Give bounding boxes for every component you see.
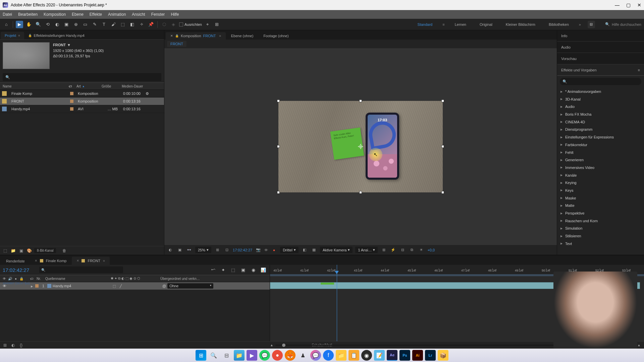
effect-category[interactable]: ▶* Animationsvorgaben [557,88,644,96]
after-effects-icon[interactable]: Ae [387,350,397,361]
layer-name[interactable]: Handy.mp4 [47,284,113,288]
exposure-reset-icon[interactable]: ☀ [418,247,425,253]
interpret-footage-icon[interactable]: ⬚ [2,248,8,254]
effect-category[interactable]: ▶Perspektive [557,209,644,217]
app-icon-1[interactable]: ▶ [247,350,257,361]
effect-category[interactable]: ▶3D-Kanal [557,96,644,103]
orbit-tool-icon[interactable]: ⟲ [44,21,51,28]
workspace-kleiner[interactable]: Kleiner Bildschirm [502,21,539,28]
playhead[interactable] [337,265,337,341]
subdiv-icon[interactable]: ◈ [170,21,177,28]
app-icon-2[interactable]: ● [272,350,283,361]
effect-category[interactable]: ▶Generieren [557,156,644,164]
menu-bearbeiten[interactable]: Bearbeiten [18,12,38,17]
task-view-icon[interactable]: ⊟ [221,350,232,361]
bit-depth-selector[interactable]: 8-Bit-Kanal [34,248,56,253]
col-art[interactable]: Art▲ [74,84,99,88]
anchor-tool-icon[interactable]: ⊕ [72,21,79,28]
views-dropdown[interactable]: 1 Ansi… ▾ [355,247,378,253]
zoom-dropdown[interactable]: 25% ▾ [195,247,211,253]
comp-tab[interactable]: ✕🔒Komposition FRONT≡ [166,32,226,40]
tab-menu-icon[interactable]: ≡ [103,259,105,262]
tab-menu-icon[interactable]: ≡ [219,34,221,38]
menu-ansicht[interactable]: Ansicht [132,12,145,17]
effect-category[interactable]: ▶Maske [557,194,644,202]
snapshot-icon[interactable]: 📷 [255,247,262,253]
close-icon[interactable]: × [76,258,79,263]
breadcrumb-item[interactable]: FRONT [167,41,186,47]
frame-blend-icon[interactable]: ▣ [239,266,247,274]
close-button[interactable]: ✕ [637,2,641,8]
zoom-tool-icon[interactable]: 🔍 [35,21,42,28]
timeline-tab[interactable]: ×FRONT≡ [72,257,109,265]
lock-icon[interactable]: 🔒 [175,34,179,38]
label-color[interactable] [70,107,73,111]
toggle-brackets-icon[interactable]: {} [18,342,24,348]
alpha-toggle-icon[interactable]: ◐ [167,247,174,253]
parent-dropdown[interactable]: Ohne▾ [167,283,213,289]
firefox-icon[interactable]: 🦊 [285,350,296,361]
grid-icon[interactable]: ⊞ [214,247,221,253]
effect-category[interactable]: ▶Keying [557,179,644,187]
home-icon[interactable]: ⌂ [3,21,10,28]
pickwhip-icon[interactable]: @ [162,284,166,288]
effect-category[interactable]: ▶Stilisieren [557,232,644,240]
tab-menu-icon[interactable]: ≡ [18,34,20,37]
label-color[interactable] [70,92,73,95]
hand-tool-icon[interactable]: ✋ [25,21,33,28]
menu-datei[interactable]: Datei [3,12,12,17]
app-icon-4[interactable]: 📋 [348,350,359,361]
lightroom-icon[interactable]: Lr [425,350,436,361]
tab-project[interactable]: Projekt ≡ [1,32,24,39]
timeline-tab[interactable]: ×Finale Komp [30,257,71,265]
panel-effects-presets[interactable]: Effekte und Vorgaben ≡ [557,64,644,76]
new-comp-icon[interactable]: ▣ [18,248,24,254]
folder-icon[interactable]: 📁 [336,350,346,361]
panel-toggle-icon[interactable]: ⊟ [588,21,595,28]
workspace-overflow-icon[interactable]: » [579,22,581,26]
handle-tc[interactable] [359,100,362,102]
panel-menu-icon[interactable]: ≡ [638,68,640,72]
label-color[interactable] [35,284,39,288]
panel-preview[interactable]: Vorschau [557,53,644,64]
whatsapp-icon[interactable]: 💬 [259,350,270,361]
close-icon[interactable]: × [35,258,37,263]
timeline-search[interactable]: 🔍 [39,266,123,273]
effect-category[interactable]: ▶Tevt [557,240,644,248]
handle-br[interactable] [441,191,444,194]
align-checkbox[interactable]: Ausrichten [179,22,202,26]
new-folder-icon[interactable]: 📁 [10,248,16,254]
rotation-tool-icon[interactable]: ◐ [53,21,61,28]
effect-category[interactable]: ▶Simulation [557,225,644,232]
col-name[interactable]: Name [0,84,67,88]
effect-category[interactable]: ▶CINEMA 4D [557,118,644,126]
graph-editor-icon[interactable]: 📊 [260,266,267,274]
handle-bc[interactable] [359,191,362,194]
camera-tool-icon[interactable]: ▣ [63,21,70,28]
explorer-icon[interactable]: 📁 [234,350,245,361]
comp-mini-flowchart-icon[interactable]: ⬿ [209,266,217,274]
workspace-bibliotheken[interactable]: Bibliotheken [545,21,572,28]
draft3d-icon[interactable]: ✦ [219,266,227,274]
menu-hilfe[interactable]: Hilfe [171,12,179,17]
motion-blur-icon[interactable]: ◉ [250,266,257,274]
hide-shy-icon[interactable]: ⬚ [229,266,237,274]
menu-ebene[interactable]: Ebene [72,12,84,17]
effect-category[interactable]: ▶Boris FX Mocha [557,111,644,118]
snap-edge-icon[interactable]: ⊞ [213,21,221,28]
menu-animation[interactable]: Animation [108,12,126,17]
camera-dropdown[interactable]: Aktive Kamera ▾ [320,247,353,253]
clone-tool-icon[interactable]: ⬚ [119,21,126,28]
video-col-icon[interactable]: 👁 [2,277,7,281]
effect-category[interactable]: ▶Rauschen und Korn [557,217,644,225]
dropdown-icon[interactable]: ▼ [67,42,71,48]
windows-start-icon[interactable]: ⊞ [196,350,206,361]
timecode[interactable]: 17:02:42:27 [3,267,29,273]
effect-category[interactable]: ▶Fehlt [557,149,644,157]
lock-col-icon[interactable]: 🔒 [19,277,24,281]
effect-category[interactable]: ▶Farbkorrektur [557,141,644,149]
pixel-aspect-icon[interactable]: ⊞ [380,247,387,253]
project-row[interactable]: FRONT Komposition 0:00:13:16 [0,98,164,105]
roto-tool-icon[interactable]: ✧ [138,21,145,28]
panel-info[interactable]: Info [557,30,644,42]
